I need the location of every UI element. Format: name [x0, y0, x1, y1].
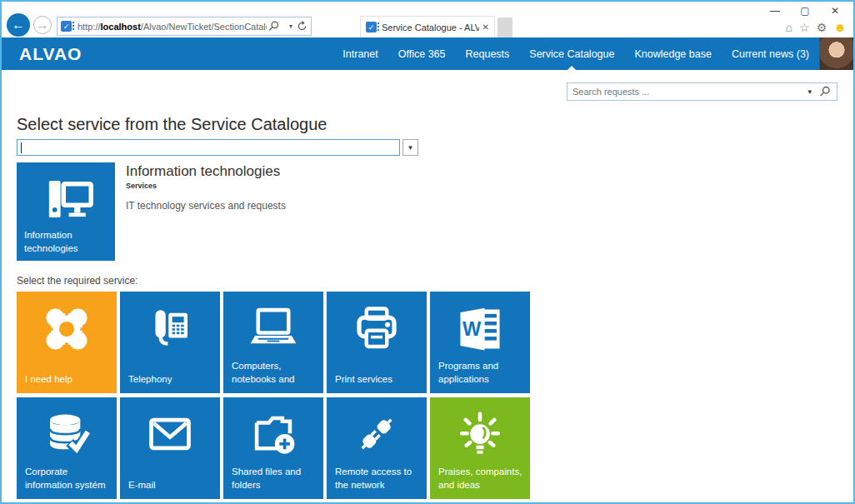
tile-label: Computers, notebooks and	[232, 359, 317, 387]
alvao-logo: ALVAO	[19, 44, 82, 64]
home-icon[interactable]: ⌂	[786, 21, 792, 34]
section-subtitle: Services	[126, 182, 286, 190]
nav-item-current-news[interactable]: Current news (3)	[722, 37, 819, 70]
nav-item-knowledge-base[interactable]: Knowledge base	[624, 37, 721, 70]
search-requests-box: ▾	[567, 82, 838, 101]
tile-remote-access[interactable]: Remote access to the network	[327, 397, 427, 499]
address-dropdown-icon[interactable]: ▾	[289, 22, 292, 30]
alvao-favicon: ✓	[61, 21, 72, 32]
url-prefix: http://	[78, 22, 101, 32]
address-bar[interactable]: ✓ http://localhost/Alvao/NewTicket/Secti…	[57, 17, 312, 36]
tile-programs-applications[interactable]: W Programs and applications	[430, 292, 530, 393]
tile-label: Praises, compaints, and ideas	[438, 465, 523, 492]
minimize-icon[interactable]: —	[762, 3, 788, 18]
service-tiles-grid: I need help Te	[17, 292, 542, 499]
service-select-dropdown-button[interactable]: ▾	[402, 139, 418, 156]
feedback-smiley-icon[interactable]: ☻	[833, 20, 847, 34]
forward-button[interactable]: →	[33, 16, 52, 34]
tile-label: E-mail	[128, 478, 213, 492]
search-requests-input[interactable]	[568, 87, 802, 97]
tile-label: Shared files and folders	[232, 465, 317, 492]
page-content: ▾ Select service from the Service Catalo…	[2, 70, 853, 502]
section-title: Information technologies	[126, 163, 286, 180]
new-tab-button[interactable]	[498, 17, 512, 37]
nav-menu: Intranet Office 365 Requests Service Cat…	[332, 37, 819, 70]
section-description: IT technology services and requests	[126, 200, 286, 212]
tab-title: Service Catalogue - ALVAO ...	[382, 22, 479, 32]
tab-favicon-icon: ✓	[366, 22, 377, 32]
top-navbar: ALVAO Intranet Office 365 Requests Servi…	[2, 37, 853, 70]
section-info: Information technologies Information tec…	[17, 162, 853, 261]
tile-telephony[interactable]: Telephony	[120, 292, 220, 393]
tile-i-need-help[interactable]: I need help	[17, 292, 117, 393]
search-icon[interactable]	[818, 86, 837, 97]
lightbulb-icon	[456, 411, 504, 459]
search-dropdown-icon[interactable]: ▾	[802, 87, 818, 96]
envelope-icon	[145, 411, 195, 457]
tile-computers-notebooks[interactable]: Computers, notebooks and	[223, 292, 323, 393]
text-cursor	[21, 142, 22, 153]
address-search-icon[interactable]	[267, 21, 285, 32]
back-button[interactable]: ←	[7, 13, 30, 37]
nav-item-service-catalogue[interactable]: Service Catalogue	[519, 37, 624, 70]
nav-item-requests[interactable]: Requests	[456, 37, 520, 70]
url-host: localhost	[101, 22, 141, 32]
printer-icon	[353, 305, 400, 353]
address-bar-icons: ▾	[267, 21, 308, 32]
tile-label: Programs and applications	[438, 359, 523, 387]
svg-text:W: W	[462, 318, 482, 340]
plug-icon	[352, 411, 401, 457]
browser-tab[interactable]: ✓ Service Catalogue - ALVAO ... ✕	[360, 16, 495, 37]
settings-gear-icon[interactable]: ⚙	[817, 21, 828, 34]
tile-shared-files-folders[interactable]: Shared files and folders	[223, 397, 323, 499]
laptop-icon	[248, 305, 299, 352]
tile-label: I need help	[25, 372, 110, 387]
service-select-input[interactable]	[17, 139, 400, 156]
tab-close-icon[interactable]: ✕	[482, 22, 489, 32]
folder-plus-icon	[249, 411, 298, 459]
section-tile-label: Information technologies	[24, 228, 108, 255]
lifebuoy-icon	[42, 305, 91, 353]
browser-chrome: — ▢ ✕ ← → ✓ http://localhost/Alvao/NewTi…	[2, 2, 853, 37]
nav-item-intranet[interactable]: Intranet	[332, 37, 388, 70]
section-tile-information-technologies[interactable]: Information technologies	[17, 162, 115, 261]
tile-email[interactable]: E-mail	[120, 397, 220, 499]
tile-label: Remote access to the network	[335, 465, 420, 492]
section-text: Information technologies Services IT tec…	[126, 162, 286, 261]
favorites-star-icon[interactable]: ☆	[799, 21, 810, 34]
page-title: Select service from the Service Catalogu…	[17, 115, 853, 134]
word-icon: W	[456, 305, 504, 353]
browser-toolbar-icons: ⌂ ☆ ⚙ ☻	[786, 20, 847, 34]
tile-label: Corporate information systém	[25, 465, 110, 492]
close-icon[interactable]: ✕	[822, 3, 848, 18]
refresh-icon[interactable]	[297, 21, 308, 32]
browser-window: — ▢ ✕ ← → ✓ http://localhost/Alvao/NewTi…	[0, 0, 855, 504]
tile-corporate-information-system[interactable]: Corporate information systém	[17, 397, 117, 499]
window-controls: — ▢ ✕	[762, 3, 848, 18]
maximize-icon[interactable]: ▢	[792, 3, 818, 18]
nav-item-office-365[interactable]: Office 365	[388, 37, 456, 70]
desk-phone-icon	[147, 305, 193, 353]
user-avatar[interactable]	[819, 37, 853, 70]
url-path: /Alvao/NewTicket/SectionCatalog/1	[141, 22, 267, 32]
tile-label: Print services	[335, 372, 420, 387]
tile-praises-complaints-ideas[interactable]: Praises, compaints, and ideas	[430, 397, 530, 499]
tile-print-services[interactable]: Print services	[327, 292, 427, 393]
service-select-row: ▾	[17, 139, 853, 156]
select-service-label: Select the required service:	[17, 275, 853, 287]
computer-icon	[38, 174, 93, 224]
url-text[interactable]: http://localhost/Alvao/NewTicket/Section…	[78, 22, 267, 32]
database-check-icon	[42, 411, 91, 459]
tile-label: Telephony	[128, 372, 213, 387]
